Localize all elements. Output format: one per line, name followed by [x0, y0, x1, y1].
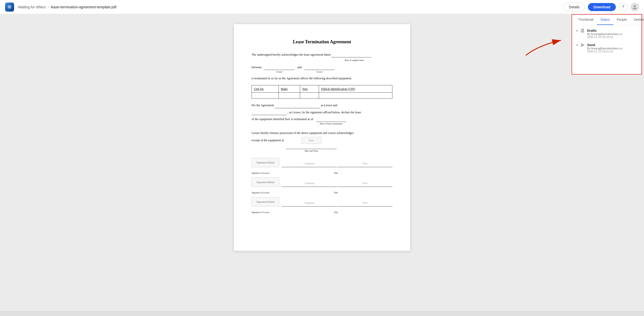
status-info-drafts: Drafts By linyang@wondershare.cn 2020-11… [587, 29, 637, 39]
pdf-para3b: as Lessor and [321, 103, 337, 107]
sig-box-1[interactable]: Signature/Initial [252, 158, 279, 167]
title-label-3: Title [279, 210, 392, 214]
user-avatar[interactable] [630, 3, 639, 11]
drafts-email: By linyang@wondershare.cn [587, 32, 637, 36]
status-item-drafts: Drafts By linyang@wondershare.cn 2020-11… [576, 29, 637, 39]
download-button[interactable]: Download [588, 3, 616, 11]
breadcrumb-parent[interactable]: Waiting for others [18, 5, 46, 9]
tab-thumbnail[interactable]: Thumbnail [575, 15, 597, 25]
pdf-viewer[interactable]: Lease Termination Agreement The undersig… [0, 14, 644, 316]
title-label-1: Title [279, 171, 392, 175]
pdf-label-date-original: Date of original lease [345, 59, 364, 61]
status-dot-drafts [576, 30, 578, 32]
send-email: By linyang@wondershare.cn [587, 47, 637, 50]
status-dot-send [576, 44, 578, 46]
sig-box-3[interactable]: Signature/Initial [252, 197, 279, 206]
company-field-2[interactable]: Company [282, 180, 337, 187]
status-item-send: Send By linyang@wondershare.cn 2020-11-2… [576, 43, 637, 53]
panel-tabs: Thumbnail Status People Details [572, 15, 641, 25]
table-row [252, 93, 392, 99]
pdf-label-lessee: Lessee [276, 70, 283, 74]
bottom-bar [0, 311, 644, 316]
sig-label-1: Signature of Lessee [252, 171, 279, 175]
company-field-3[interactable]: Company [282, 199, 337, 206]
pdf-para1b: between [252, 65, 262, 69]
tab-people[interactable]: People [613, 15, 630, 25]
pdf-para5: of the equipment identified here is term… [252, 117, 313, 121]
sig-label-2: Signature of Lessee [252, 191, 279, 195]
topbar: Waiting for others › lease-termination-a… [0, 0, 644, 14]
tab-status[interactable]: Status [597, 15, 613, 25]
send-time: 2020-11-23 18:21:19 [587, 50, 637, 53]
tab-details[interactable]: Details [630, 15, 644, 25]
breadcrumb-separator: › [48, 5, 49, 9]
send-name: Send [587, 43, 637, 47]
sig-row-3: Signature/Initial Company Title Signatur… [252, 197, 392, 214]
pdf-para7: receipt of the equipment at [252, 138, 284, 142]
title-label-2: Title [279, 191, 392, 195]
pdf-body: The undersigned hereby acknowledges the … [252, 52, 392, 214]
date-field[interactable]: Date [301, 137, 321, 144]
help-icon[interactable]: ? [619, 3, 627, 11]
send-icon [581, 43, 585, 48]
table-col-make: Make [279, 85, 300, 92]
pdf-label-lessor: Lessor [316, 70, 323, 74]
svg-point-2 [634, 5, 636, 7]
company-field-1[interactable]: Company [282, 160, 337, 167]
pdf-label-date-termination: Date of lease termination [320, 122, 343, 126]
details-button[interactable]: Details [564, 3, 585, 11]
pdf-page: Lease Termination Agreement The undersig… [234, 24, 410, 251]
sig-box-2[interactable]: Signature/Initial [252, 178, 279, 187]
breadcrumb: Waiting for others › lease-termination-a… [18, 5, 564, 9]
pdf-title: Lease Termination Agreement [252, 39, 392, 45]
pdf-para3: Per the Agreement [252, 103, 274, 107]
pdf-label-datetime: Date and Time [305, 149, 318, 153]
pdf-para4: , as Lessee, by the signatures affixed b… [288, 111, 361, 114]
sig-row-1: Signature/Initial Company Title Signatur… [252, 158, 392, 175]
pdf-para2: is terminated in so far as the Agreement… [252, 76, 392, 81]
panel-content: Drafts By linyang@wondershare.cn 2020-11… [572, 25, 641, 61]
main-area: Lease Termination Agreement The undersig… [0, 0, 644, 316]
svg-point-1 [10, 6, 10, 7]
status-info-send: Send By linyang@wondershare.cn 2020-11-2… [587, 43, 637, 53]
signature-section: Signature/Initial Company Title Signatur… [252, 158, 392, 214]
title-field-2[interactable]: Title [337, 180, 392, 187]
table-col-year: Year [300, 85, 319, 92]
pdf-para1: The undersigned hereby acknowledges the … [252, 53, 331, 56]
drafts-time: 2020-11-23 18:15:24 [587, 36, 637, 39]
topbar-actions: Details Download ? [564, 3, 639, 11]
pdf-table: Unit No Make Year Vehicle Identification… [252, 85, 392, 99]
breadcrumb-current: lease-termination-agreement-template.pdf [51, 5, 116, 9]
table-col-vin: Vehicle Identification (VIN) [319, 85, 392, 92]
pdf-para6: Lessee hereby releases possession of the… [252, 130, 392, 135]
file-icon [581, 29, 585, 34]
sig-row-2: Signature/Initial Company Title Signatur… [252, 178, 392, 195]
drafts-name: Drafts [587, 29, 637, 32]
sig-label-3: Signature of Lessor [252, 210, 279, 214]
title-field-3[interactable]: Title [337, 199, 392, 206]
pdf-para1c: and [297, 65, 302, 69]
right-panel: Thumbnail Status People Details [572, 14, 642, 75]
table-col-unit: Unit No [252, 85, 279, 92]
svg-point-0 [9, 6, 9, 7]
title-field-1[interactable]: Title [337, 160, 392, 167]
app-logo [5, 3, 14, 12]
